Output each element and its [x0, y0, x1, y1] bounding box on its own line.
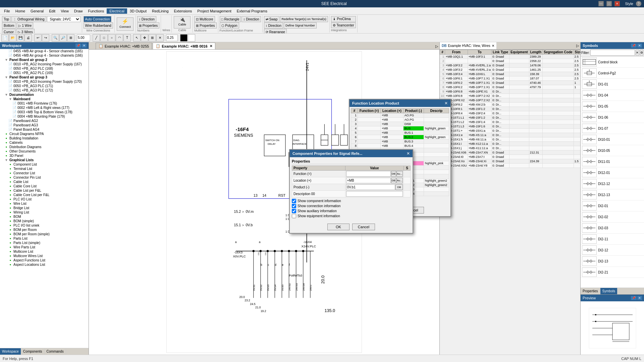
tree-item[interactable]: ●Multicore Wires List — [0, 254, 89, 258]
db-tab-main[interactable]: DB Example HVAC: View, Wires ✕ — [440, 42, 497, 49]
symbols-pin-button[interactable]: 📌 — [631, 44, 637, 48]
rectangle-button[interactable]: □ Rectangle — [220, 16, 241, 22]
tree-item[interactable]: ●Cable List per F&L — [0, 188, 89, 193]
tree-item[interactable]: ●Building Installation — [0, 136, 89, 140]
tree-item[interactable]: ●Parts List (simple) — [0, 241, 89, 245]
tree-item[interactable]: 📄0050 +PB_AG2 PLC (168) — [0, 66, 89, 71]
tree-item[interactable]: ●Connector List — [0, 171, 89, 175]
tree-item[interactable]: ●Other Documents — [0, 149, 89, 154]
tree-item[interactable]: ▼Panel Board air group 2 — [0, 58, 89, 62]
teamcenter-button[interactable]: ⚙ Teamcenter — [331, 22, 356, 28]
tree-item[interactable]: ●BOM (simple) — [0, 219, 89, 223]
tree-item[interactable]: 📄0001 +MB Frontview (176) — [0, 101, 89, 106]
db-tab-close[interactable]: ✕ — [492, 44, 494, 48]
connection-direction-button[interactable]: ↕ Direction — [264, 22, 283, 28]
copy-button[interactable]: ⊞ — [149, 34, 156, 42]
tree-item[interactable]: ●Aspect Locations List — [0, 262, 89, 267]
menu-redlining[interactable]: RedLining — [149, 8, 171, 14]
db-table-row[interactable]: 50+MB-23A6:I0+MB-23A7:I0: DraadDBU — [440, 155, 581, 159]
cb-show-component-input[interactable] — [292, 199, 296, 203]
tab-properties[interactable]: Properties — [581, 288, 600, 294]
cb-show-component[interactable]: Show component information — [292, 199, 411, 203]
tree-item[interactable]: ●Cabinets — [0, 140, 89, 145]
orthogonal-wiring-button[interactable]: ⋮ Orthogonal Wiring — [11, 16, 46, 22]
open-button[interactable]: 📂 — [9, 34, 16, 42]
symbol-item[interactable]: DI1-06 — [581, 112, 644, 123]
cp-auto-function[interactable]: Au... — [396, 171, 403, 177]
menu-general[interactable]: General — [28, 8, 46, 14]
tree-item[interactable]: ●Wire List — [0, 201, 89, 206]
db-table-row[interactable]: 5+MB-10F3:4+MB-10X6:L0: Draad158.392.5BK… — [440, 72, 581, 76]
menu-edit[interactable]: Edit — [46, 8, 58, 14]
db-table-row[interactable]: 14+MB-10F8:4+MB-15F2:40: Dr... — [440, 111, 581, 116]
symbol-item[interactable]: DI12-12 — [581, 178, 644, 189]
db-table-container[interactable]: # From To Link Type Equipment Length Seg… — [440, 50, 580, 355]
redo-button[interactable]: ↪ — [42, 34, 49, 42]
cp-input-location[interactable] — [346, 178, 391, 183]
db-table-row[interactable]: 17+MB-15T1:L3+MB-15F1:60: Dr... — [440, 124, 581, 129]
zoom-in-button[interactable]: 🔍 — [52, 34, 59, 42]
flp-close-button[interactable]: ✕ — [444, 101, 448, 106]
db-table-row[interactable]: 18+MB-15T1:++MB-15X1:a0: Dr... — [440, 129, 581, 133]
cp-input-desc[interactable] — [346, 191, 403, 197]
filter-clear-button[interactable]: ✕ — [636, 50, 639, 56]
auto-connection-button[interactable]: Auto Connection — [84, 16, 112, 22]
symbol-item[interactable]: DI11-01 — [581, 156, 644, 167]
tree-item[interactable]: ●BOM — [0, 215, 89, 219]
tree-item[interactable]: ●Terminal List — [0, 167, 89, 171]
tree-item[interactable]: 📄0003 +MB Top & Bottom Views (178) — [0, 110, 89, 114]
line-color-button[interactable] — [180, 34, 187, 42]
flp-row[interactable]: 6+MBBUS:2highlight_green — [351, 135, 449, 139]
db-table-row[interactable]: 20+MB-15X1:h+MB-X6:11:a0: Dr... — [440, 137, 581, 142]
symbol-item[interactable]: Control block — [581, 57, 644, 68]
tree-item[interactable]: ▼Graphical Lists — [0, 158, 89, 162]
symbol-item[interactable]: DI2-11 — [581, 234, 644, 245]
cp-auto-location[interactable]: Au... — [396, 178, 403, 183]
tree-item[interactable]: ●3D Panel — [0, 154, 89, 158]
tree-item[interactable]: ●Aspect Functions List — [0, 258, 89, 262]
arc-button[interactable]: ◠ — [116, 34, 123, 42]
properties-wires-button[interactable]: ⊞ Properties — [137, 22, 159, 28]
move-button[interactable]: ✥ — [141, 34, 148, 42]
circle-button[interactable]: ○ — [108, 34, 115, 42]
tree-item[interactable]: ●Cable Core List per F&L — [0, 193, 89, 197]
tab-components[interactable]: Components — [21, 348, 45, 355]
fill-color-button[interactable] — [188, 34, 195, 42]
symbol-item[interactable]: DI2-12 — [581, 245, 644, 256]
preview-close-button[interactable]: ✕ — [637, 296, 642, 300]
cp-input-function[interactable] — [346, 171, 391, 177]
symbol-item[interactable]: DI10-05 — [581, 145, 644, 156]
flp-row[interactable]: 3+MBDI58 — [351, 122, 449, 126]
symbol-item[interactable]: DI12-13 — [581, 189, 644, 200]
flp-row[interactable]: 7+MBBUS:3 — [351, 139, 449, 144]
flp-row[interactable]: 4+MBBUShighlight_green — [351, 126, 449, 131]
polygon-button[interactable]: ⬡ Polygon — [220, 22, 239, 28]
save-button[interactable]: 💾 — [17, 34, 24, 42]
flp-row[interactable]: 8+MBBUS:4 — [351, 144, 449, 148]
tree-item[interactable]: ▼Documentation — [0, 93, 89, 97]
comp-props-close-button[interactable]: ✕ — [407, 151, 410, 156]
menu-draw[interactable]: Draw — [71, 8, 86, 14]
db-table-row[interactable]: 19+MB-15X1:e+MB-X5:11:a0: Dr... — [440, 133, 581, 137]
symbol-item[interactable]: DI2-21 — [581, 267, 644, 278]
db-table-row[interactable]: 4+MB-10F3:2+MB-XVERL.2:a0: Draad1461.252… — [440, 68, 581, 72]
fl-direction-button[interactable]: ↕ Direction — [241, 16, 261, 22]
tree-item[interactable]: ▼Panel Board air group 3 — [0, 75, 89, 79]
filter-settings-button[interactable]: ⚙ — [640, 50, 644, 56]
1wire-button[interactable]: ▷ 1 Wire — [17, 22, 34, 28]
redefine-button[interactable]: Redefine Target(s) on Terminal(s) — [280, 16, 328, 22]
swap-button[interactable]: ⇄ Swap — [264, 16, 279, 22]
cp-input-product[interactable] — [346, 184, 395, 190]
tab-workspace[interactable]: Workspace — [0, 348, 21, 355]
tree-item[interactable]: ●Distribution Diagrams — [0, 145, 89, 149]
db-table-row[interactable]: 21+MB-15X1:i+MB-X12:11:a0: Dr... — [440, 142, 581, 146]
menu-functions[interactable]: Functions — [86, 8, 107, 14]
top-button[interactable]: Top — [2, 16, 11, 22]
cb-show-auxiliary[interactable]: Show auxiliary information — [292, 209, 411, 213]
tree-item[interactable]: 📄0456 +MB Air group 4 - Sensor channels … — [0, 53, 89, 58]
tree-item[interactable]: ▼Mainboard — [0, 97, 89, 101]
tree-item[interactable]: ●Component List — [0, 162, 89, 167]
menu-extensions[interactable]: Extensions — [171, 8, 195, 14]
tree-item[interactable]: 📄0010 +PB_AG3 Incoming Power Supply (170… — [0, 79, 89, 84]
db-table-row[interactable]: 11+MB-10P8:X2+MB-10P7:2:X20: Dr... — [440, 98, 581, 103]
